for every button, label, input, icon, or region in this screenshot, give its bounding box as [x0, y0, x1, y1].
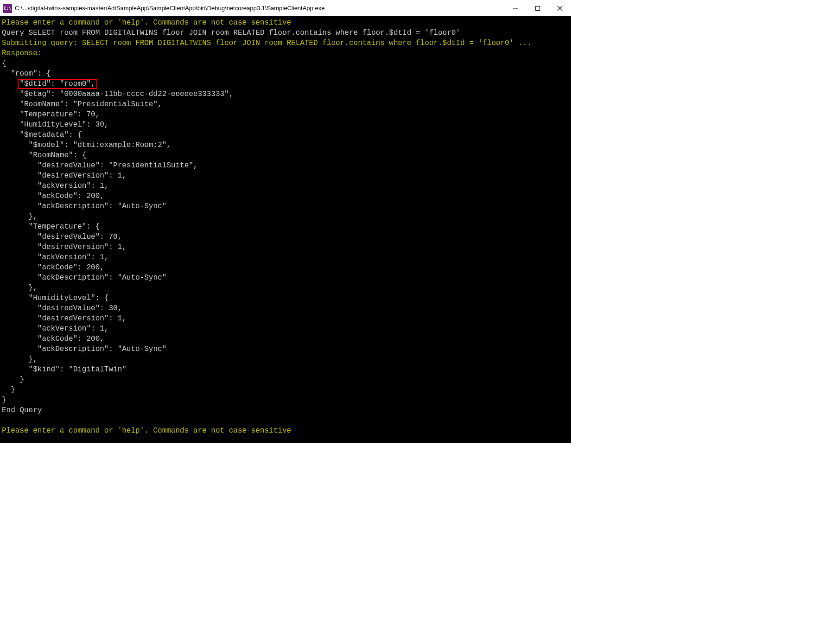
terminal-line: Submitting query: SELECT room FROM DIGIT… [2, 38, 569, 48]
terminal-line: End Query [2, 405, 569, 415]
terminal-line: "Temperature": 70, [2, 109, 569, 120]
terminal-line: "ackVersion": 1, [2, 324, 569, 334]
terminal-line: } [2, 395, 569, 405]
terminal-line: "$dtId": "room0", [2, 79, 569, 89]
maximize-icon [535, 6, 540, 11]
terminal-line: }, [2, 211, 569, 222]
terminal-line: "desiredValue": 30, [2, 303, 569, 313]
terminal-line: "$kind": "DigitalTwin" [2, 364, 569, 375]
app-icon: C:\ [3, 4, 12, 13]
terminal-line: "HumidityLevel": { [2, 293, 569, 303]
terminal-line: }, [2, 354, 569, 364]
minimize-button[interactable] [504, 0, 527, 17]
terminal-line: Response: [2, 48, 569, 58]
terminal-line: "ackVersion": 1, [2, 252, 569, 262]
terminal-line: "ackCode": 200, [2, 334, 569, 344]
terminal-line: "$etag": "0000aaaa-11bb-cccc-dd22-eeeeee… [2, 89, 569, 99]
terminal-line: "desiredValue": "PresidentialSuite", [2, 160, 569, 171]
terminal-line: "RoomName": { [2, 150, 569, 160]
terminal-line: "ackDescription": "Auto-Sync" [2, 344, 569, 354]
window-controls [504, 0, 571, 17]
maximize-button[interactable] [527, 0, 549, 17]
terminal-line: "ackDescription": "Auto-Sync" [2, 273, 569, 283]
terminal-line: "ackCode": 200, [2, 191, 569, 201]
terminal-line: "$metadata": { [2, 130, 569, 140]
minimize-icon [513, 6, 518, 11]
terminal-line: "ackVersion": 1, [2, 181, 569, 191]
titlebar: C:\ C:\...\digital-twins-samples-master\… [0, 0, 571, 17]
terminal-line: "RoomName": "PresidentialSuite", [2, 99, 569, 109]
terminal-line: "ackDescription": "Auto-Sync" [2, 201, 569, 211]
svg-rect-1 [536, 6, 540, 10]
terminal-output[interactable]: Please enter a command or 'help'. Comman… [0, 17, 571, 443]
terminal-line: Query SELECT room FROM DIGITALTWINS floo… [2, 28, 569, 38]
terminal-line: }, [2, 283, 569, 293]
terminal-line: Please enter a command or 'help'. Comman… [2, 18, 569, 28]
highlighted-text: "$dtId": "room0", [18, 79, 97, 89]
terminal-line: "Temperature": { [2, 222, 569, 232]
terminal-line: Please enter a command or 'help'. Comman… [2, 426, 569, 436]
terminal-line: } [2, 375, 569, 385]
terminal-line: "desiredVersion": 1, [2, 171, 569, 181]
terminal-line: "ackCode": 200, [2, 262, 569, 273]
terminal-line: } [2, 385, 569, 395]
terminal-line: { [2, 58, 569, 69]
close-icon [557, 6, 563, 11]
terminal-line: "desiredValue": 70, [2, 232, 569, 242]
close-button[interactable] [549, 0, 571, 17]
window-title: C:\...\digital-twins-samples-master\AdtS… [15, 5, 504, 12]
terminal-line: "room": { [2, 69, 569, 79]
terminal-line [2, 415, 569, 426]
terminal-line: "$model": "dtmi:example:Room;2", [2, 140, 569, 150]
terminal-line: "desiredVersion": 1, [2, 313, 569, 324]
terminal-line: "HumidityLevel": 30, [2, 120, 569, 130]
terminal-line: "desiredVersion": 1, [2, 242, 569, 252]
